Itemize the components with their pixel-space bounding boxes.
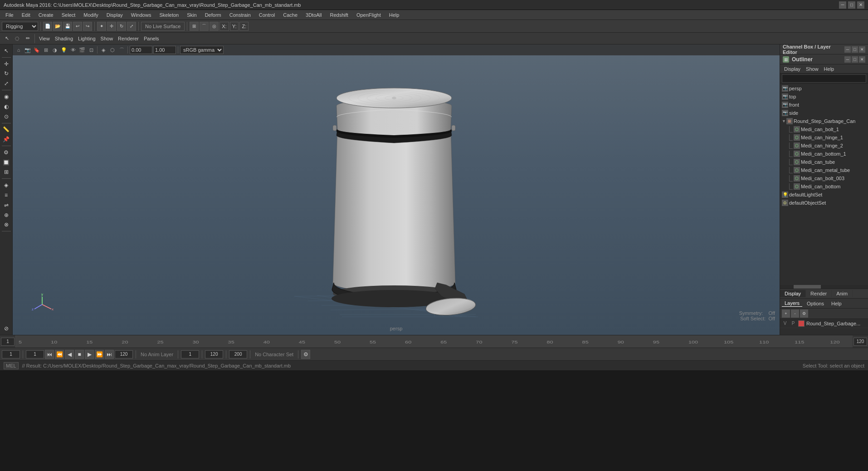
outliner-close[interactable]: ✕ xyxy=(859,56,865,63)
menu-redshift[interactable]: Redshift xyxy=(327,11,352,19)
paint-select-button[interactable]: ⊙ xyxy=(1,112,11,121)
max-frame-input[interactable] xyxy=(205,350,223,358)
tree-item-bottom[interactable]: ⬡ Medi_can_bottom xyxy=(780,182,868,191)
help-tab[interactable]: Help xyxy=(829,300,844,307)
tree-item-object-set[interactable]: ⊙ defaultObjectSet xyxy=(780,199,868,207)
outliner-display-menu[interactable]: Display xyxy=(782,66,803,72)
current-frame-input[interactable]: 1 xyxy=(2,350,20,358)
rotate-tool-button[interactable]: ↻ xyxy=(117,22,126,31)
cb-restore[interactable]: □ xyxy=(852,46,858,53)
step-forward-button[interactable]: ⏩ xyxy=(95,350,104,359)
current-time-input[interactable]: 1 xyxy=(181,350,199,358)
viewport-value-b[interactable]: 1.00 xyxy=(153,46,176,54)
menu-skin[interactable]: Skin xyxy=(183,11,200,19)
mode-dropdown[interactable]: Rigging Animation Modeling Rendering xyxy=(2,22,38,31)
play-back-button[interactable]: ◀ xyxy=(65,350,74,359)
display-lt[interactable]: 🔲 xyxy=(1,158,11,167)
menu-create[interactable]: Create xyxy=(35,11,57,19)
open-scene-button[interactable]: 📂 xyxy=(53,22,62,31)
grid-lt[interactable]: ⊞ xyxy=(1,168,11,177)
scrollbar-thumb[interactable] xyxy=(794,285,821,289)
view-menu[interactable]: View xyxy=(37,35,52,42)
show-menu[interactable]: Show xyxy=(98,35,116,42)
tab-display[interactable]: Display xyxy=(780,290,806,297)
select-tool-button[interactable]: ✦ xyxy=(97,22,106,31)
menu-deform[interactable]: Deform xyxy=(201,11,225,19)
tab-render[interactable]: Render xyxy=(806,290,832,297)
tree-item-side[interactable]: 📷 side xyxy=(780,109,868,117)
menu-edit[interactable]: Edit xyxy=(18,11,34,19)
play-forward-button[interactable]: ▶ xyxy=(85,350,94,359)
paint-button[interactable]: ✏ xyxy=(23,34,33,44)
vt-bookmark-icon[interactable]: 🔖 xyxy=(33,46,41,54)
lighting-menu[interactable]: Lighting xyxy=(76,35,98,42)
vt-show-icon[interactable]: 👁 xyxy=(69,46,77,54)
redo-button[interactable]: ↪ xyxy=(83,22,92,31)
layer-color-swatch[interactable] xyxy=(798,320,805,327)
outliner-tree[interactable]: 📷 persp 📷 top 📷 front 📷 side xyxy=(780,83,868,285)
attr-lt[interactable]: ≡ xyxy=(1,191,11,200)
panels-menu[interactable]: Panels xyxy=(141,35,161,42)
layer-remove-button[interactable]: - xyxy=(791,309,799,318)
blend-lt[interactable]: ⊕ xyxy=(1,211,11,220)
goto-start-button[interactable]: ⏮ xyxy=(45,350,54,359)
sculpt-button[interactable]: ◐ xyxy=(1,102,11,111)
snap-grid-button[interactable]: ⊞ xyxy=(190,22,199,31)
menu-cache[interactable]: Cache xyxy=(279,11,301,19)
save-scene-button[interactable]: 💾 xyxy=(63,22,72,31)
vt-home-icon[interactable]: ⌂ xyxy=(15,46,23,54)
tree-item-light-set[interactable]: 💡 defaultLightSet xyxy=(780,191,868,199)
vt-light-icon[interactable]: 💡 xyxy=(60,46,68,54)
outliner-minimize[interactable]: ─ xyxy=(844,56,851,63)
lasso-button[interactable]: ◌ xyxy=(12,34,22,44)
menu-3dtoall[interactable]: 3DtoAll xyxy=(302,11,325,19)
scale-lt-button[interactable]: ⤢ xyxy=(1,79,11,88)
timeline-end-input[interactable]: 120 xyxy=(853,338,867,346)
layer-visibility-toggle[interactable]: V xyxy=(782,320,788,327)
set-driven-lt[interactable]: ⊗ xyxy=(1,221,11,230)
close-button[interactable]: ✕ xyxy=(857,1,864,9)
menu-help[interactable]: Help xyxy=(385,11,403,19)
menu-constrain[interactable]: Constrain xyxy=(226,11,254,19)
minimize-button[interactable]: ─ xyxy=(839,1,846,9)
soft-mod-button[interactable]: ◉ xyxy=(1,92,11,101)
maximize-button[interactable]: □ xyxy=(848,1,855,9)
tree-item-top[interactable]: 📷 top xyxy=(780,93,868,101)
annotation-button[interactable]: 📌 xyxy=(1,135,11,144)
tree-item-metal-tube[interactable]: ⬡ Medi_can_metal_tube xyxy=(780,166,868,174)
rotate-lt-button[interactable]: ↻ xyxy=(1,69,11,78)
tree-item-hinge2[interactable]: ⬡ Medi_can_hinge_2 xyxy=(780,142,868,150)
stop-button[interactable]: ■ xyxy=(75,350,84,359)
layer-add-button[interactable]: + xyxy=(782,309,790,318)
vt-poly-icon[interactable]: ⬡ xyxy=(108,46,117,54)
settings-button[interactable]: ⚙ xyxy=(301,350,310,359)
render-settings-lt[interactable]: ⚙ xyxy=(1,148,11,157)
tree-item-hinge1[interactable]: ⬡ Medi_can_hinge_1 xyxy=(780,133,868,142)
renderer-menu[interactable]: Renderer xyxy=(116,35,141,42)
snap-point-button[interactable]: ◎ xyxy=(210,22,219,31)
menu-windows[interactable]: Windows xyxy=(127,11,155,19)
viewport-value-a[interactable]: 0.00 xyxy=(130,46,152,54)
tree-expand-arrow[interactable]: ▼ xyxy=(782,119,786,123)
color-space-dropdown[interactable]: sRGB gamma xyxy=(180,46,224,54)
new-scene-button[interactable]: 📄 xyxy=(43,22,52,31)
vt-render-icon[interactable]: 🎬 xyxy=(78,46,86,54)
timeline-start-input[interactable]: 1 xyxy=(1,338,15,346)
playback-end-input[interactable]: 120 xyxy=(115,350,133,358)
viewport-3d[interactable]: ⌂ 📷 🔖 ⊞ ◑ 💡 👁 🎬 ⊡ ◈ ⬡ ⌒ 0.00 1.00 sRGB g… xyxy=(13,44,780,335)
tree-item-persp[interactable]: 📷 persp xyxy=(780,84,868,93)
select-obj-button[interactable]: ↖ xyxy=(1,46,11,55)
menu-display[interactable]: Display xyxy=(103,11,127,19)
scale-tool-button[interactable]: ⤢ xyxy=(127,22,136,31)
vt-shading-icon[interactable]: ◑ xyxy=(51,46,59,54)
outliner-help-menu[interactable]: Help xyxy=(822,66,837,72)
quick-select-lt[interactable]: ◈ xyxy=(1,181,11,190)
outliner-restore[interactable]: □ xyxy=(852,56,858,63)
cb-close[interactable]: ✕ xyxy=(859,46,865,53)
menu-control[interactable]: Control xyxy=(255,11,278,19)
menu-skeleton[interactable]: Skeleton xyxy=(156,11,182,19)
shading-menu[interactable]: Shading xyxy=(53,35,75,42)
vt-nurbs-icon[interactable]: ⌒ xyxy=(117,46,126,54)
total-frames-input[interactable] xyxy=(229,350,247,358)
snap-curve-button[interactable]: ⌒ xyxy=(200,22,209,31)
